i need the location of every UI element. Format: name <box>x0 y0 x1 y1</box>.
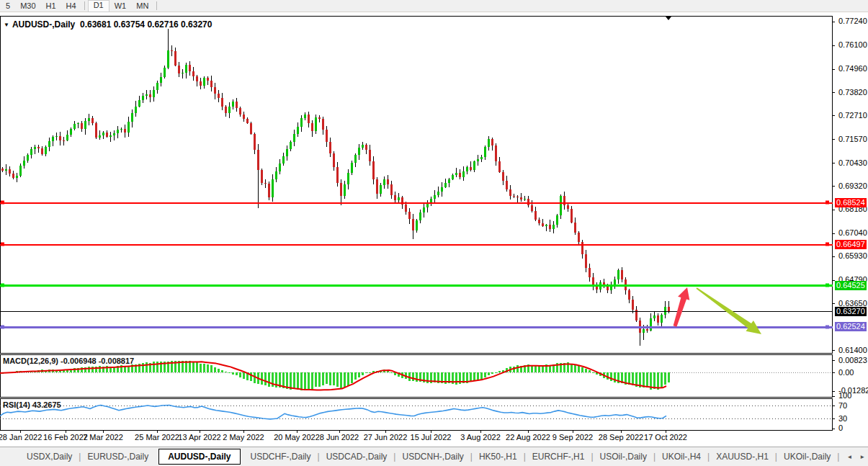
axis-tick <box>833 396 835 397</box>
date-label: 22 Aug 2022 <box>506 433 550 442</box>
price-axis: 0.772400.761000.749600.738200.727100.715… <box>833 16 868 431</box>
rsi-scale-label: 70 <box>838 401 847 410</box>
tab-usdx-daily[interactable]: USDX,Daily <box>20 452 79 462</box>
timeframe-button-w1[interactable]: W1 <box>109 1 132 12</box>
price-badge-current-price: 0.63270 <box>835 307 867 316</box>
date-label: 2 May 2022 <box>223 433 264 442</box>
tab-scroll-arrows: ◄► <box>846 454 865 460</box>
rsi-label: RSI(14) 43.2675 <box>3 400 61 409</box>
price-tick-label: 0.74960 <box>838 64 867 73</box>
axis-tick <box>833 256 835 257</box>
tab-hk50-h1[interactable]: HK50-,H1 <box>473 452 524 462</box>
date-label: 16 Feb 2022 <box>43 433 88 442</box>
tabs-scroll-left-icon[interactable]: ◄ <box>846 454 852 460</box>
tab-eurchf-h1[interactable]: EURCHF-,H1 <box>526 452 591 462</box>
timeframe-button-h1[interactable]: H1 <box>41 1 61 12</box>
price-tick-label: 0.61400 <box>838 346 867 354</box>
axis-tick <box>833 360 835 361</box>
tab-usoil-daily[interactable]: USOil-,Daily <box>594 452 653 462</box>
price-tick-label: 0.70430 <box>838 158 867 167</box>
chart-ohlc-values: 0.63681 0.63754 0.62716 0.63270 <box>80 19 212 30</box>
tab-usdcad-daily[interactable]: USDCAD-,Daily <box>320 452 394 462</box>
tab-audusd-daily[interactable]: AUDUSD-,Daily <box>158 449 240 465</box>
date-label: 25 Mar 2022 <box>135 433 179 442</box>
price-tick-label: 0.65930 <box>838 251 867 260</box>
date-label: 3 Aug 2022 <box>460 433 501 442</box>
date-label: 13 Apr 2022 <box>178 433 220 442</box>
timeframe-button-5[interactable]: 5 <box>1 1 15 12</box>
date-label: 17 Oct 2022 <box>644 433 687 442</box>
rsi-scale-label: 0 <box>838 424 843 431</box>
price-badge-resistance-3: 0.64525 <box>835 281 867 290</box>
axis-tick <box>833 418 835 419</box>
timeframe-button-mn[interactable]: MN <box>131 1 153 12</box>
axis-tick <box>833 92 835 93</box>
tab-ukoil-h4[interactable]: UKOil-,H4 <box>656 452 707 462</box>
timeframe-button-h4[interactable]: H4 <box>61 1 81 12</box>
axis-tick <box>833 115 835 116</box>
chart-tabs-bar: USDX,Daily|EURUSD-,DailyAUDUSD-,DailyUSD… <box>0 447 868 466</box>
date-label: 9 Sep 2022 <box>552 433 593 442</box>
date-label: 28 Sep 2022 <box>599 433 643 442</box>
tab-ukoil-daily[interactable]: UKOil-,Daily <box>777 452 837 462</box>
price-tick-label: 0.77240 <box>838 17 867 25</box>
chevron-down-icon[interactable]: ▼ <box>4 22 9 28</box>
axis-tick <box>833 45 835 46</box>
price-tick-label: 0.76100 <box>838 40 867 49</box>
main-panel-frame <box>1 17 833 354</box>
tab-xauusd-h1[interactable]: XAUUSD-,H1 <box>710 452 775 462</box>
axis-tick <box>833 350 835 351</box>
tab-separator: | <box>837 452 839 462</box>
axis-tick <box>833 139 835 140</box>
price-tick-label: 0.69320 <box>838 182 867 190</box>
timeframe-toolbar: 5M30H1H4D1W1MN <box>0 0 868 12</box>
date-label: 27 Jun 2022 <box>364 433 408 442</box>
axis-tick <box>833 429 835 429</box>
timeframe-button-m30[interactable]: M30 <box>15 1 40 12</box>
rsi-scale-label: 30 <box>838 414 847 423</box>
price-badge-resistance-1: 0.68524 <box>835 198 867 207</box>
chart-canvas[interactable] <box>0 16 833 431</box>
time-axis: 28 Jan 202216 Feb 20227 Mar 202225 Mar 2… <box>0 431 833 445</box>
axis-tick <box>833 391 835 392</box>
tab-usdchf-daily[interactable]: USDCHF-,Daily <box>244 452 318 462</box>
macd-label: MACD(12,26,9) -0.006948 -0.008817 <box>3 357 134 365</box>
tab-usdcnh-daily[interactable]: USDCNH-,Daily <box>395 452 470 462</box>
date-label: 7 Mar 2022 <box>83 433 123 442</box>
price-tick-label: 0.73820 <box>838 88 867 97</box>
date-label: 28 Jan 2022 <box>0 433 42 442</box>
price-badge-resistance-2: 0.66497 <box>835 240 867 249</box>
axis-tick <box>833 303 835 304</box>
axis-tick <box>833 22 835 22</box>
chart-symbol-label: AUDUSD-,Daily <box>12 19 75 30</box>
rsi-scale-label: 100 <box>838 391 851 400</box>
date-label: 20 May 2022 <box>274 433 320 442</box>
axis-tick <box>833 405 835 406</box>
axis-tick <box>833 69 835 70</box>
macd-scale-label: 0.00 <box>838 368 854 377</box>
macd-scale-label: 0.00823 <box>838 356 867 364</box>
axis-tick <box>833 210 835 210</box>
axis-tick <box>833 186 835 187</box>
toolbar-separator <box>156 1 157 10</box>
toolbar-separator <box>84 1 85 10</box>
date-label: 8 Jun 2022 <box>320 433 359 442</box>
axis-tick <box>833 372 835 373</box>
price-tick-label: 0.71570 <box>838 135 867 143</box>
axis-tick <box>833 233 835 234</box>
mt4-window: 5M30H1H4D1W1MN ▼AUDUSD-,Daily 0.63681 0.… <box>0 0 868 466</box>
axis-tick <box>833 163 835 163</box>
price-tick-label: 0.67040 <box>838 228 867 237</box>
timeframe-button-d1[interactable]: D1 <box>88 0 109 12</box>
price-tick-label: 0.72710 <box>838 111 867 120</box>
tabs-scroll-right-icon[interactable]: ► <box>859 454 865 460</box>
price-badge-support-1: 0.62524 <box>835 322 867 331</box>
date-label: 15 Jul 2022 <box>411 433 452 442</box>
chart-title: ▼AUDUSD-,Daily 0.63681 0.63754 0.62716 0… <box>4 19 212 30</box>
tab-eurusd-daily[interactable]: EURUSD-,Daily <box>81 452 155 462</box>
